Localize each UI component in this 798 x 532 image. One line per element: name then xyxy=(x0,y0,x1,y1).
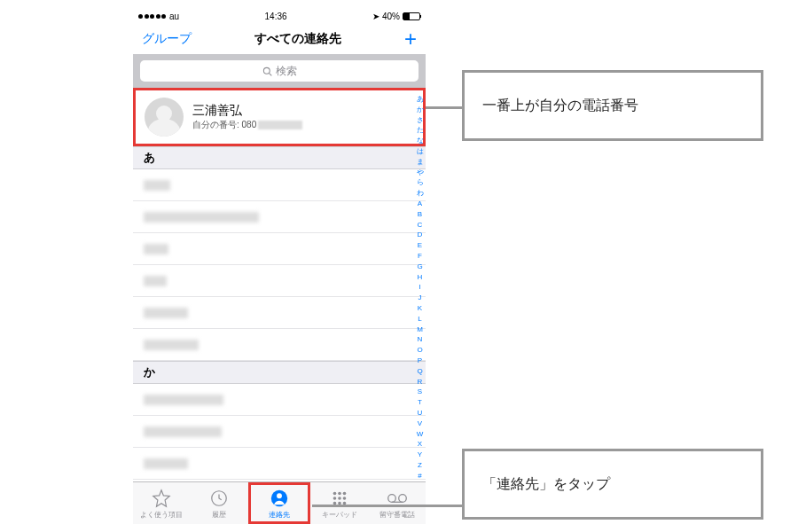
battery-icon xyxy=(403,12,420,20)
index-char[interactable]: た xyxy=(415,126,425,134)
index-char[interactable]: H xyxy=(415,273,425,281)
tab-label: キーパッド xyxy=(322,510,357,520)
index-char[interactable]: Q xyxy=(415,367,425,375)
index-char[interactable]: X xyxy=(415,440,425,448)
index-char[interactable]: L xyxy=(415,315,425,323)
svg-point-0 xyxy=(263,67,270,74)
list-item[interactable] xyxy=(133,384,426,416)
index-char[interactable]: D xyxy=(415,231,425,239)
search-container: 検索 xyxy=(133,54,426,88)
my-card-info: 三浦善弘 自分の番号: 080 xyxy=(192,103,302,131)
person-icon xyxy=(269,488,290,509)
index-char[interactable]: I xyxy=(415,283,425,291)
index-char[interactable]: E xyxy=(415,241,425,249)
battery-pct: 40% xyxy=(382,12,400,21)
index-char[interactable]: あ xyxy=(415,95,425,103)
status-right: ➤ 40% xyxy=(372,12,420,21)
search-input[interactable]: 検索 xyxy=(140,60,419,82)
index-char[interactable]: A xyxy=(415,200,425,207)
svg-line-1 xyxy=(269,73,271,75)
index-char[interactable]: W xyxy=(415,430,425,438)
tab-label: 履歴 xyxy=(212,510,226,520)
index-char[interactable]: F xyxy=(415,252,425,260)
callout-bottom: 「連絡先」をタップ xyxy=(462,449,763,520)
index-char[interactable]: T xyxy=(415,398,425,406)
tab-label: 連絡先 xyxy=(269,510,290,520)
list-item[interactable] xyxy=(133,416,426,448)
status-bar: au 14:36 ➤ 40% xyxy=(133,8,426,24)
clock: 14:36 xyxy=(265,12,287,21)
add-contact-button[interactable]: + xyxy=(404,27,417,51)
clock-icon xyxy=(208,488,230,509)
list-item[interactable] xyxy=(133,297,426,329)
search-icon xyxy=(262,66,272,76)
tab-keypad[interactable]: キーパッド xyxy=(310,482,368,524)
tab-label: 留守番電話 xyxy=(379,510,415,520)
carrier-label: au xyxy=(169,12,179,21)
index-char[interactable]: や xyxy=(415,168,425,176)
callout-connector xyxy=(312,505,463,507)
svg-point-4 xyxy=(277,493,282,498)
callout-connector xyxy=(426,106,466,109)
index-char[interactable]: # xyxy=(415,472,425,480)
index-char[interactable]: さ xyxy=(415,116,425,124)
my-number: 自分の番号: 080 xyxy=(192,119,302,131)
index-char[interactable]: N xyxy=(415,335,425,343)
index-char[interactable]: G xyxy=(415,262,425,270)
tab-favorites[interactable]: よく使う項目 xyxy=(133,482,191,524)
callout-top: 一番上が自分の電話番号 xyxy=(462,70,763,141)
svg-point-10 xyxy=(342,497,346,500)
list-item[interactable] xyxy=(133,329,426,361)
index-char[interactable]: K xyxy=(415,304,425,312)
index-char[interactable]: R xyxy=(415,378,425,386)
index-char[interactable]: O xyxy=(415,346,425,354)
tab-recents[interactable]: 履歴 xyxy=(191,482,248,524)
list-item[interactable] xyxy=(133,448,426,480)
index-char[interactable]: な xyxy=(415,137,425,145)
index-char[interactable]: は xyxy=(415,147,425,155)
index-char[interactable]: Y xyxy=(415,450,425,458)
index-char[interactable]: わ xyxy=(415,189,425,197)
list-item[interactable] xyxy=(133,169,426,201)
my-card[interactable]: 三浦善弘 自分の番号: 080 xyxy=(133,88,426,146)
index-char[interactable]: P xyxy=(415,356,425,364)
index-char[interactable]: M xyxy=(415,325,425,333)
callout-text: 一番上が自分の電話番号 xyxy=(482,97,638,115)
index-char[interactable]: Z xyxy=(415,461,425,469)
index-char[interactable]: S xyxy=(415,387,425,395)
groups-button[interactable]: グループ xyxy=(142,31,192,47)
blurred-number xyxy=(258,121,302,129)
svg-point-5 xyxy=(332,491,336,495)
tab-bar: よく使う項目 履歴 連絡先 キーパッド 留守番電話 xyxy=(133,481,426,524)
avatar-icon xyxy=(145,98,184,137)
page-title: すべての連絡先 xyxy=(254,31,341,47)
index-char[interactable]: V xyxy=(415,419,425,427)
svg-point-9 xyxy=(338,497,341,500)
index-char[interactable]: U xyxy=(415,409,425,417)
section-header-ka: か xyxy=(133,361,426,384)
list-item[interactable] xyxy=(133,201,426,233)
location-icon: ➤ xyxy=(372,12,379,21)
my-name: 三浦善弘 xyxy=(192,103,302,119)
svg-point-15 xyxy=(398,494,406,502)
index-char[interactable]: か xyxy=(415,106,425,113)
alpha-index[interactable]: あかさたなはまやらわABCDEFGHIJKLMNOPQRSTUVWXYZ# xyxy=(415,95,425,480)
index-char[interactable]: ま xyxy=(415,158,425,166)
svg-point-8 xyxy=(332,497,336,500)
tab-label: よく使う項目 xyxy=(140,510,183,520)
list-item[interactable] xyxy=(133,265,426,297)
search-placeholder: 検索 xyxy=(276,64,297,79)
index-char[interactable]: B xyxy=(415,210,425,218)
tab-voicemail[interactable]: 留守番電話 xyxy=(368,482,426,524)
section-header-a: あ xyxy=(133,146,426,169)
callout-text: 「連絡先」をタップ xyxy=(482,475,610,494)
svg-point-7 xyxy=(342,491,346,495)
nav-bar: グループ すべての連絡先 + xyxy=(133,24,426,54)
index-char[interactable]: C xyxy=(415,221,425,229)
index-char[interactable]: ら xyxy=(415,178,425,186)
star-icon xyxy=(151,488,172,509)
list-item[interactable] xyxy=(133,233,426,265)
status-left: au xyxy=(138,12,179,21)
tab-contacts[interactable]: 連絡先 xyxy=(248,482,311,524)
index-char[interactable]: J xyxy=(415,293,425,301)
